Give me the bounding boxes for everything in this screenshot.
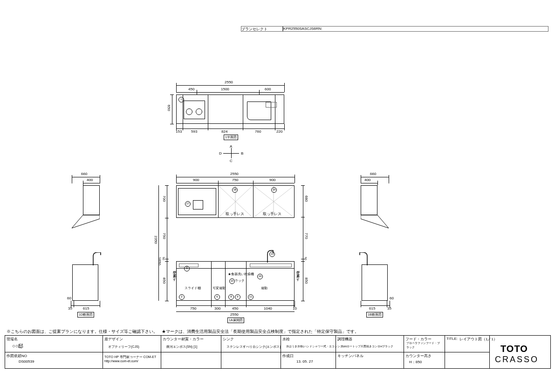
compass-c: C xyxy=(230,159,233,163)
dv700: 700 xyxy=(162,196,166,202)
plan-div xyxy=(243,95,243,124)
tb-v xyxy=(103,335,103,369)
wall-note-l: 壁が必要です xyxy=(172,268,177,279)
r1c4h: シンク xyxy=(223,337,234,342)
r1c6v: ホーロートップ片面焼きコンロHブラック xyxy=(341,345,393,349)
r2c5h: 作成日 xyxy=(282,353,294,358)
dimline xyxy=(361,177,389,177)
r1c2v: オプティリーフ(CJS) xyxy=(108,345,139,349)
r1c3h: カウンター材質・カラー xyxy=(163,337,204,342)
r2c2v: TOTO HP 専門家コーナー COM-ET http://www.com-et… xyxy=(104,355,156,363)
burner xyxy=(186,108,192,115)
r2c6h: キッチンパネル xyxy=(337,353,363,358)
dimline xyxy=(361,305,390,306)
tick xyxy=(295,175,295,183)
dimline xyxy=(71,305,100,306)
compass-v xyxy=(231,148,232,158)
tick xyxy=(165,185,169,186)
compass-b: B xyxy=(241,151,243,155)
fr-total-bot: 2550 xyxy=(230,312,239,317)
dimline-v xyxy=(172,95,172,124)
tick xyxy=(74,301,74,307)
dimline xyxy=(176,305,295,306)
rendo: 連動 xyxy=(261,286,267,291)
fr-div xyxy=(211,261,212,301)
kahen: 可変連動 xyxy=(212,286,226,291)
fr-up-c: 900 xyxy=(269,178,275,182)
fb-d: 1040 xyxy=(264,306,272,311)
header-right-box: KPR2550SASCJS6RN: xyxy=(283,26,548,32)
tick xyxy=(83,181,83,185)
fr-label: 1A展開図 xyxy=(227,318,244,323)
tick xyxy=(218,181,219,185)
r1c6h: 調理機器 xyxy=(337,337,352,342)
dr850: 850 xyxy=(304,277,308,284)
plan-div xyxy=(275,95,275,124)
r1c5v: 水ほうき水栓(ハンドシャワー式・エコシングル) xyxy=(286,345,347,349)
r1c1h: 現場名 xyxy=(7,337,18,342)
sr-hood xyxy=(361,215,389,229)
header-right: KPR2550SASCJS6RN: xyxy=(283,27,322,31)
fr-div xyxy=(246,261,247,301)
id-2: 2 xyxy=(179,294,185,300)
tick xyxy=(284,124,285,130)
id-17: 17 xyxy=(185,201,191,207)
dimv-r xyxy=(303,185,303,301)
dimline xyxy=(72,177,100,177)
disclaimer: ※こちらのお図面は、ご提案プランになります。仕様・サイズ等ご確認下さい。 ★マー… xyxy=(7,329,359,335)
fr-up-b: 750 xyxy=(232,178,238,182)
tb-v xyxy=(445,335,445,369)
dim-dn-a: 153 xyxy=(176,129,182,134)
r2c5v: 13. 05. 27 xyxy=(296,359,313,364)
sl-bb: 615 xyxy=(83,306,89,311)
tick xyxy=(301,185,305,186)
dw: ★食器洗い乾燥機 xyxy=(228,272,246,277)
tick xyxy=(176,175,177,183)
dim-h650: 650 xyxy=(167,105,171,111)
id-9: 9 xyxy=(235,294,240,300)
dv50: 50 xyxy=(162,257,165,260)
id-18: 18 xyxy=(232,187,238,193)
dim-dn-b: 593 xyxy=(191,129,197,134)
sr-sub: 400 xyxy=(364,178,370,182)
fr-total-top: 2550 xyxy=(230,172,239,176)
tick xyxy=(208,124,208,130)
tick xyxy=(170,124,174,124)
tick xyxy=(389,175,389,183)
tick xyxy=(243,124,243,130)
id-6: 6 xyxy=(214,294,220,300)
brand-crasso: CRASSO xyxy=(495,355,539,365)
r1c3v: 銀河エンボス(SN) [1] xyxy=(166,345,197,349)
dv750: 750 xyxy=(162,233,166,239)
sl-sub: 400 xyxy=(87,178,93,182)
fb-b: 300 xyxy=(214,306,220,311)
wall-note-r: 壁が必要です xyxy=(295,268,300,279)
handleless-2: 取っ手レス xyxy=(263,211,281,216)
tick xyxy=(165,218,169,218)
sl-under: 60 xyxy=(67,296,71,300)
sl-label: 1D断面図 xyxy=(77,312,94,318)
sl-upper xyxy=(83,185,100,215)
dimline xyxy=(176,177,295,177)
tick xyxy=(225,301,226,307)
sr-label: 1B断面図 xyxy=(366,312,383,318)
id-1: 1 xyxy=(178,97,184,102)
header-left: プランセレクト xyxy=(241,27,267,31)
r1c4v: ステンレスすべり台シンク(エンボス) xyxy=(226,345,281,349)
tick xyxy=(246,301,247,307)
fb-a: 750 xyxy=(190,306,196,311)
tick xyxy=(183,124,183,130)
r2c7h: カウンター高さ xyxy=(405,353,432,358)
sr-top: 660 xyxy=(370,172,376,176)
tick xyxy=(165,261,169,262)
id-13: 13 xyxy=(269,251,275,257)
drainer xyxy=(266,102,277,108)
tick xyxy=(377,181,378,185)
tick xyxy=(197,90,197,95)
tick xyxy=(275,124,275,130)
tb-v xyxy=(221,335,221,369)
counter-line xyxy=(176,268,295,269)
cooktop-strip xyxy=(179,264,199,267)
sl-faucet xyxy=(91,252,103,265)
dim-up-a: 450 xyxy=(188,87,194,91)
